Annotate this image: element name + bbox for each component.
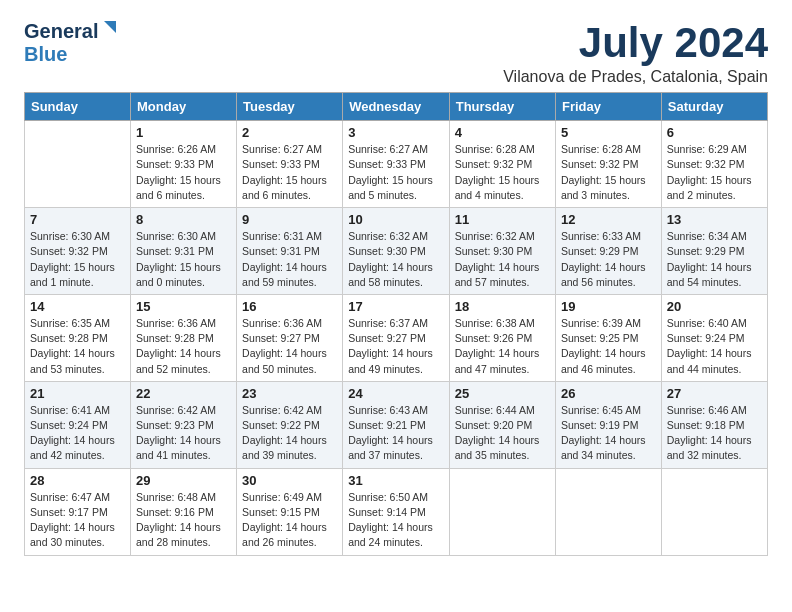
day-number: 10 — [348, 212, 444, 227]
day-info: Sunrise: 6:38 AM Sunset: 9:26 PM Dayligh… — [455, 316, 550, 377]
day-number: 29 — [136, 473, 231, 488]
day-number: 11 — [455, 212, 550, 227]
calendar-cell — [449, 468, 555, 555]
calendar-cell: 5Sunrise: 6:28 AM Sunset: 9:32 PM Daylig… — [555, 121, 661, 208]
day-info: Sunrise: 6:39 AM Sunset: 9:25 PM Dayligh… — [561, 316, 656, 377]
day-info: Sunrise: 6:42 AM Sunset: 9:23 PM Dayligh… — [136, 403, 231, 464]
day-number: 2 — [242, 125, 337, 140]
calendar-cell: 31Sunrise: 6:50 AM Sunset: 9:14 PM Dayli… — [343, 468, 450, 555]
day-info: Sunrise: 6:30 AM Sunset: 9:32 PM Dayligh… — [30, 229, 125, 290]
calendar-cell: 25Sunrise: 6:44 AM Sunset: 9:20 PM Dayli… — [449, 381, 555, 468]
day-number: 25 — [455, 386, 550, 401]
day-number: 12 — [561, 212, 656, 227]
calendar-cell: 21Sunrise: 6:41 AM Sunset: 9:24 PM Dayli… — [25, 381, 131, 468]
title-block: July 2024 Vilanova de Prades, Catalonia,… — [503, 20, 768, 86]
day-number: 21 — [30, 386, 125, 401]
day-info: Sunrise: 6:27 AM Sunset: 9:33 PM Dayligh… — [242, 142, 337, 203]
calendar-cell: 19Sunrise: 6:39 AM Sunset: 9:25 PM Dayli… — [555, 294, 661, 381]
calendar-cell: 9Sunrise: 6:31 AM Sunset: 9:31 PM Daylig… — [237, 208, 343, 295]
day-info: Sunrise: 6:30 AM Sunset: 9:31 PM Dayligh… — [136, 229, 231, 290]
calendar-cell: 17Sunrise: 6:37 AM Sunset: 9:27 PM Dayli… — [343, 294, 450, 381]
calendar-cell — [661, 468, 767, 555]
calendar-cell: 3Sunrise: 6:27 AM Sunset: 9:33 PM Daylig… — [343, 121, 450, 208]
day-number: 15 — [136, 299, 231, 314]
weekday-header-saturday: Saturday — [661, 93, 767, 121]
day-info: Sunrise: 6:28 AM Sunset: 9:32 PM Dayligh… — [455, 142, 550, 203]
calendar-cell: 7Sunrise: 6:30 AM Sunset: 9:32 PM Daylig… — [25, 208, 131, 295]
calendar-week-4: 21Sunrise: 6:41 AM Sunset: 9:24 PM Dayli… — [25, 381, 768, 468]
svg-marker-0 — [104, 21, 116, 33]
calendar-cell: 28Sunrise: 6:47 AM Sunset: 9:17 PM Dayli… — [25, 468, 131, 555]
day-number: 1 — [136, 125, 231, 140]
day-info: Sunrise: 6:50 AM Sunset: 9:14 PM Dayligh… — [348, 490, 444, 551]
calendar-header: SundayMondayTuesdayWednesdayThursdayFrid… — [25, 93, 768, 121]
day-number: 4 — [455, 125, 550, 140]
calendar-cell: 12Sunrise: 6:33 AM Sunset: 9:29 PM Dayli… — [555, 208, 661, 295]
day-number: 24 — [348, 386, 444, 401]
day-number: 8 — [136, 212, 231, 227]
logo-blue-text: Blue — [24, 43, 67, 66]
day-info: Sunrise: 6:34 AM Sunset: 9:29 PM Dayligh… — [667, 229, 762, 290]
calendar-cell: 13Sunrise: 6:34 AM Sunset: 9:29 PM Dayli… — [661, 208, 767, 295]
day-number: 17 — [348, 299, 444, 314]
day-number: 18 — [455, 299, 550, 314]
calendar-cell: 26Sunrise: 6:45 AM Sunset: 9:19 PM Dayli… — [555, 381, 661, 468]
main-title: July 2024 — [503, 20, 768, 66]
calendar-cell: 4Sunrise: 6:28 AM Sunset: 9:32 PM Daylig… — [449, 121, 555, 208]
day-info: Sunrise: 6:49 AM Sunset: 9:15 PM Dayligh… — [242, 490, 337, 551]
weekday-header-thursday: Thursday — [449, 93, 555, 121]
calendar-cell — [555, 468, 661, 555]
day-info: Sunrise: 6:27 AM Sunset: 9:33 PM Dayligh… — [348, 142, 444, 203]
calendar-cell: 1Sunrise: 6:26 AM Sunset: 9:33 PM Daylig… — [131, 121, 237, 208]
weekday-header-monday: Monday — [131, 93, 237, 121]
logo: General Blue — [24, 20, 118, 66]
calendar-week-3: 14Sunrise: 6:35 AM Sunset: 9:28 PM Dayli… — [25, 294, 768, 381]
calendar-cell: 14Sunrise: 6:35 AM Sunset: 9:28 PM Dayli… — [25, 294, 131, 381]
page-header: General Blue July 2024 Vilanova de Prade… — [24, 20, 768, 86]
day-number: 19 — [561, 299, 656, 314]
day-number: 13 — [667, 212, 762, 227]
calendar-week-5: 28Sunrise: 6:47 AM Sunset: 9:17 PM Dayli… — [25, 468, 768, 555]
day-info: Sunrise: 6:40 AM Sunset: 9:24 PM Dayligh… — [667, 316, 762, 377]
calendar-cell: 16Sunrise: 6:36 AM Sunset: 9:27 PM Dayli… — [237, 294, 343, 381]
calendar-cell: 2Sunrise: 6:27 AM Sunset: 9:33 PM Daylig… — [237, 121, 343, 208]
day-number: 28 — [30, 473, 125, 488]
day-info: Sunrise: 6:29 AM Sunset: 9:32 PM Dayligh… — [667, 142, 762, 203]
subtitle: Vilanova de Prades, Catalonia, Spain — [503, 68, 768, 86]
day-info: Sunrise: 6:32 AM Sunset: 9:30 PM Dayligh… — [455, 229, 550, 290]
day-number: 22 — [136, 386, 231, 401]
day-info: Sunrise: 6:46 AM Sunset: 9:18 PM Dayligh… — [667, 403, 762, 464]
calendar-cell: 30Sunrise: 6:49 AM Sunset: 9:15 PM Dayli… — [237, 468, 343, 555]
day-number: 30 — [242, 473, 337, 488]
day-number: 16 — [242, 299, 337, 314]
calendar-cell: 23Sunrise: 6:42 AM Sunset: 9:22 PM Dayli… — [237, 381, 343, 468]
weekday-header-friday: Friday — [555, 93, 661, 121]
day-info: Sunrise: 6:36 AM Sunset: 9:27 PM Dayligh… — [242, 316, 337, 377]
calendar-cell: 24Sunrise: 6:43 AM Sunset: 9:21 PM Dayli… — [343, 381, 450, 468]
day-number: 27 — [667, 386, 762, 401]
day-number: 26 — [561, 386, 656, 401]
calendar-cell: 22Sunrise: 6:42 AM Sunset: 9:23 PM Dayli… — [131, 381, 237, 468]
logo-arrow-icon — [100, 19, 118, 37]
calendar-cell: 18Sunrise: 6:38 AM Sunset: 9:26 PM Dayli… — [449, 294, 555, 381]
day-info: Sunrise: 6:32 AM Sunset: 9:30 PM Dayligh… — [348, 229, 444, 290]
weekday-header-sunday: Sunday — [25, 93, 131, 121]
calendar-cell: 27Sunrise: 6:46 AM Sunset: 9:18 PM Dayli… — [661, 381, 767, 468]
calendar-cell: 15Sunrise: 6:36 AM Sunset: 9:28 PM Dayli… — [131, 294, 237, 381]
day-info: Sunrise: 6:42 AM Sunset: 9:22 PM Dayligh… — [242, 403, 337, 464]
day-info: Sunrise: 6:26 AM Sunset: 9:33 PM Dayligh… — [136, 142, 231, 203]
day-number: 6 — [667, 125, 762, 140]
day-info: Sunrise: 6:31 AM Sunset: 9:31 PM Dayligh… — [242, 229, 337, 290]
calendar-body: 1Sunrise: 6:26 AM Sunset: 9:33 PM Daylig… — [25, 121, 768, 555]
day-number: 14 — [30, 299, 125, 314]
day-info: Sunrise: 6:28 AM Sunset: 9:32 PM Dayligh… — [561, 142, 656, 203]
day-info: Sunrise: 6:35 AM Sunset: 9:28 PM Dayligh… — [30, 316, 125, 377]
calendar-cell: 8Sunrise: 6:30 AM Sunset: 9:31 PM Daylig… — [131, 208, 237, 295]
calendar-table: SundayMondayTuesdayWednesdayThursdayFrid… — [24, 92, 768, 555]
day-info: Sunrise: 6:33 AM Sunset: 9:29 PM Dayligh… — [561, 229, 656, 290]
day-number: 7 — [30, 212, 125, 227]
calendar-cell: 11Sunrise: 6:32 AM Sunset: 9:30 PM Dayli… — [449, 208, 555, 295]
day-info: Sunrise: 6:43 AM Sunset: 9:21 PM Dayligh… — [348, 403, 444, 464]
day-number: 23 — [242, 386, 337, 401]
day-info: Sunrise: 6:45 AM Sunset: 9:19 PM Dayligh… — [561, 403, 656, 464]
